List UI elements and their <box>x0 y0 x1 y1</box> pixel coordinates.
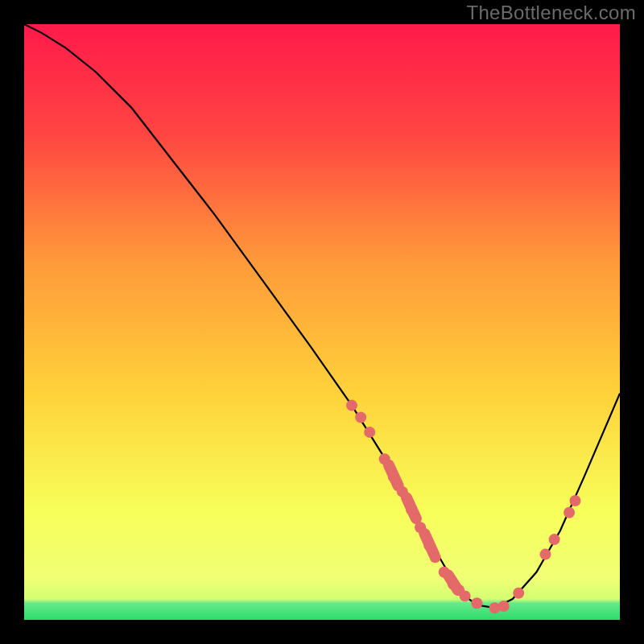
data-dot <box>415 522 426 533</box>
data-dot <box>513 588 524 599</box>
data-dot <box>346 400 357 411</box>
chart-stage: TheBottleneck.com <box>0 0 644 644</box>
data-dot <box>439 567 450 578</box>
data-dot <box>388 471 399 482</box>
data-dot <box>570 495 581 506</box>
data-dot <box>406 504 417 515</box>
gradient-background <box>24 24 620 620</box>
data-dot <box>423 540 435 551</box>
data-dot <box>471 597 482 609</box>
bottleneck-chart <box>24 24 620 620</box>
data-dot <box>430 551 441 563</box>
data-dot <box>355 411 366 423</box>
data-dot <box>549 534 560 545</box>
data-dot <box>540 549 551 560</box>
data-dot <box>460 590 471 601</box>
watermark-text: TheBottleneck.com <box>466 2 636 24</box>
data-dot <box>379 453 390 464</box>
data-dot <box>498 601 510 612</box>
data-dot <box>564 507 575 518</box>
data-dot <box>364 427 375 438</box>
data-dot <box>397 486 408 497</box>
